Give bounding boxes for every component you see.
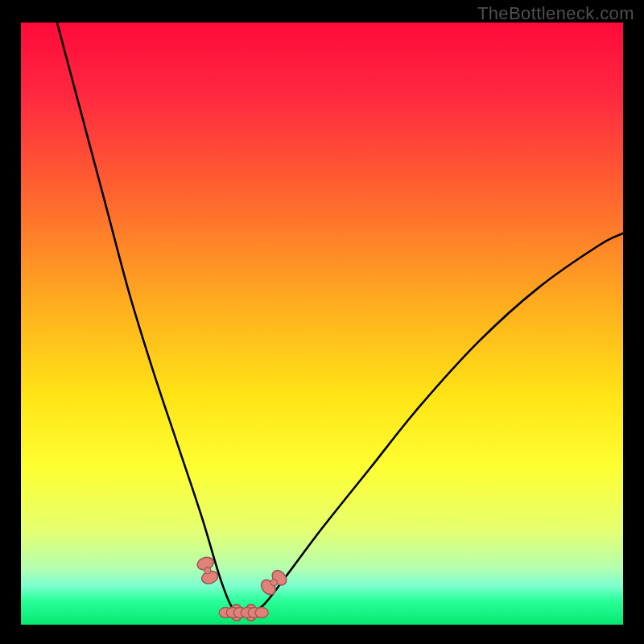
- trough-bead: [255, 608, 268, 618]
- watermark-text: TheBottleneck.com: [477, 3, 634, 24]
- chart-frame: TheBottleneck.com: [0, 0, 644, 644]
- gradient-background: [21, 23, 623, 625]
- chart-svg: [21, 23, 623, 625]
- plot-area: [21, 23, 623, 625]
